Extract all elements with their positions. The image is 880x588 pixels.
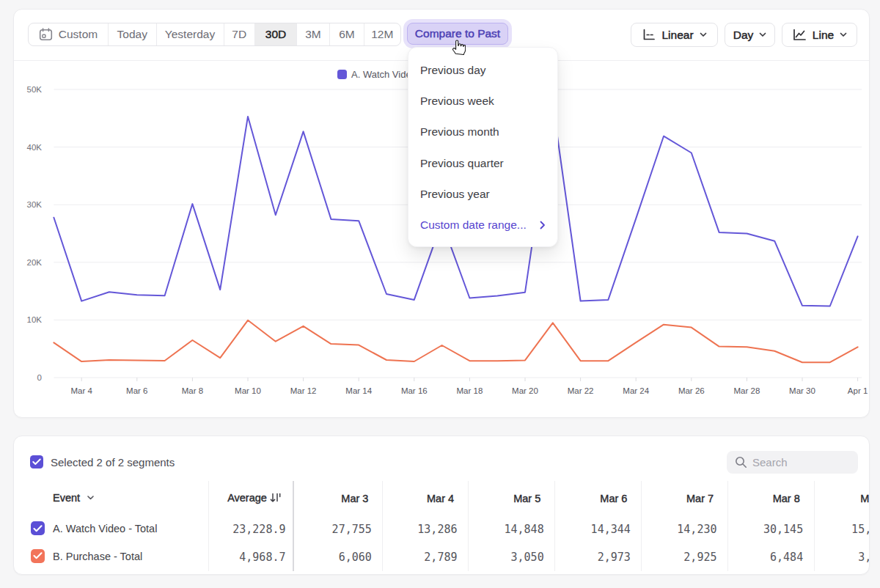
- menu-item-custom-date-range[interactable]: Custom date range...: [408, 210, 557, 240]
- scale-dropdown[interactable]: Linear: [631, 23, 718, 47]
- range-option-label: Today: [117, 28, 147, 41]
- x-axis-label: Mar 16: [401, 386, 428, 395]
- table-cell: 14,848: [468, 523, 544, 536]
- checkmark-icon: [33, 525, 43, 532]
- column-header-mar-9[interactable]: Mar 9: [814, 493, 870, 504]
- range-option-today[interactable]: Today: [109, 23, 157, 45]
- chart-type-dropdown-label: Line: [813, 29, 834, 42]
- chevron-down-icon: [840, 32, 847, 37]
- menu-item-label: Custom date range...: [420, 218, 527, 232]
- table-cell: 4,968.7: [208, 551, 286, 564]
- column-header-mar-3[interactable]: Mar 3: [293, 493, 369, 504]
- x-axis-label: Mar 24: [623, 386, 649, 395]
- chevron-down-icon: [87, 496, 95, 501]
- table-cell: 13,286: [382, 523, 457, 536]
- row-label: A. Watch Video - Total: [53, 523, 157, 534]
- menu-item-previous-day[interactable]: Previous day: [408, 55, 557, 86]
- table-cell: 27,755: [293, 523, 372, 536]
- y-axis-label: 40K: [27, 143, 43, 152]
- column-header-mar-8[interactable]: Mar 8: [727, 493, 800, 504]
- y-axis-label: 20K: [27, 258, 43, 267]
- table-cell: 2,973: [554, 551, 631, 564]
- x-axis-label: Mar 4: [70, 386, 92, 395]
- y-axis-label: 30K: [27, 200, 43, 209]
- x-axis-label: Mar 26: [678, 386, 705, 395]
- linear-scale-icon: [642, 28, 656, 42]
- row-checkbox-purchase[interactable]: [31, 549, 45, 563]
- y-axis-label: 10K: [27, 315, 43, 324]
- table-cell: 2,925: [641, 551, 716, 564]
- segments-table-card: Selected 2 of 2 segments Event AverageMa…: [13, 436, 870, 575]
- y-axis-label: 50K: [27, 85, 43, 94]
- segments-header-row: Selected 2 of 2 segments: [14, 436, 869, 482]
- chart-type-dropdown[interactable]: Line: [782, 23, 857, 47]
- x-axis-label: Mar 12: [290, 386, 317, 395]
- row-label: B. Purchase - Total: [53, 551, 142, 562]
- column-header-mar-6[interactable]: Mar 6: [554, 493, 627, 504]
- range-option-6m[interactable]: 6M: [330, 23, 364, 45]
- compare-to-past-menu: Previous dayPrevious weekPrevious monthP…: [408, 47, 558, 247]
- x-axis-label: Mar 18: [457, 386, 483, 395]
- table-cell: 6,060: [293, 551, 372, 564]
- interval-dropdown-label: Day: [733, 29, 754, 42]
- x-axis-label: Apr 1: [848, 386, 868, 395]
- table-cell: 23,228.9: [208, 523, 286, 536]
- y-axis-label: 0: [37, 373, 42, 382]
- table-cell: 3,050: [468, 551, 544, 564]
- x-axis-label: Mar 20: [512, 386, 538, 395]
- range-option-12m[interactable]: 12M: [364, 23, 400, 45]
- series-line: [54, 320, 857, 362]
- table-cell: 6,484: [727, 551, 803, 564]
- x-axis-label: Mar 28: [734, 386, 760, 395]
- x-axis-label: Mar 10: [235, 386, 261, 395]
- select-all-checkbox[interactable]: [30, 455, 43, 468]
- range-option-label: 7D: [232, 28, 246, 41]
- column-header-mar-5[interactable]: Mar 5: [468, 493, 540, 504]
- menu-item-previous-quarter[interactable]: Previous quarter: [408, 148, 557, 179]
- table-cell: 14,344: [554, 523, 631, 536]
- table-cell: 3,404: [814, 551, 870, 564]
- table-cell: 30,145: [727, 523, 803, 536]
- range-option-yesterday[interactable]: Yesterday: [157, 23, 224, 45]
- search-input[interactable]: [752, 456, 848, 468]
- interval-dropdown[interactable]: Day: [725, 23, 775, 47]
- chevron-down-icon: [759, 32, 766, 37]
- x-axis-label: Mar 8: [182, 386, 203, 395]
- range-option-label: Yesterday: [165, 28, 215, 41]
- legend-swatch-watch-video: [337, 70, 347, 79]
- table-cell: 2,789: [382, 551, 457, 564]
- range-option-30d[interactable]: 30D: [255, 23, 297, 45]
- checkmark-icon: [33, 552, 43, 559]
- range-option-label: 12M: [371, 28, 393, 41]
- x-axis-label: Mar 22: [568, 386, 594, 395]
- menu-item-previous-year[interactable]: Previous year: [408, 179, 557, 210]
- table-cell: 15,251: [814, 523, 870, 536]
- search-box[interactable]: [727, 451, 858, 474]
- selected-segments-label: Selected 2 of 2 segments: [51, 456, 175, 468]
- calendar-icon: [39, 28, 53, 41]
- checkmark-icon: [32, 458, 41, 466]
- line-chart-icon: [792, 28, 807, 42]
- event-column-header[interactable]: Event: [53, 492, 95, 504]
- date-range-segmented-control: CustomTodayYesterday7D30D3M6M12M: [28, 23, 401, 46]
- range-option-custom[interactable]: Custom: [29, 23, 109, 45]
- menu-item-previous-month[interactable]: Previous month: [408, 117, 557, 147]
- x-axis-label: Mar 30: [789, 386, 815, 395]
- x-axis-label: Mar 14: [345, 386, 372, 395]
- chevron-down-icon: [700, 32, 707, 37]
- range-option-3m[interactable]: 3M: [297, 23, 330, 45]
- chevron-right-icon: [540, 221, 546, 229]
- sort-descending-icon: [270, 493, 282, 503]
- row-checkbox-watch-video[interactable]: [31, 521, 45, 535]
- column-header-average[interactable]: Average: [208, 492, 282, 504]
- scale-dropdown-label: Linear: [661, 29, 693, 42]
- range-option-7d[interactable]: 7D: [224, 23, 256, 45]
- column-header-mar-4[interactable]: Mar 4: [382, 493, 454, 504]
- table-cell: 14,230: [641, 523, 716, 536]
- menu-item-previous-week[interactable]: Previous week: [408, 86, 557, 117]
- column-header-mar-7[interactable]: Mar 7: [641, 493, 714, 504]
- search-icon: [735, 456, 747, 468]
- hand-cursor: [450, 38, 466, 55]
- range-option-label: 6M: [339, 28, 355, 41]
- range-option-label: Custom: [59, 28, 98, 41]
